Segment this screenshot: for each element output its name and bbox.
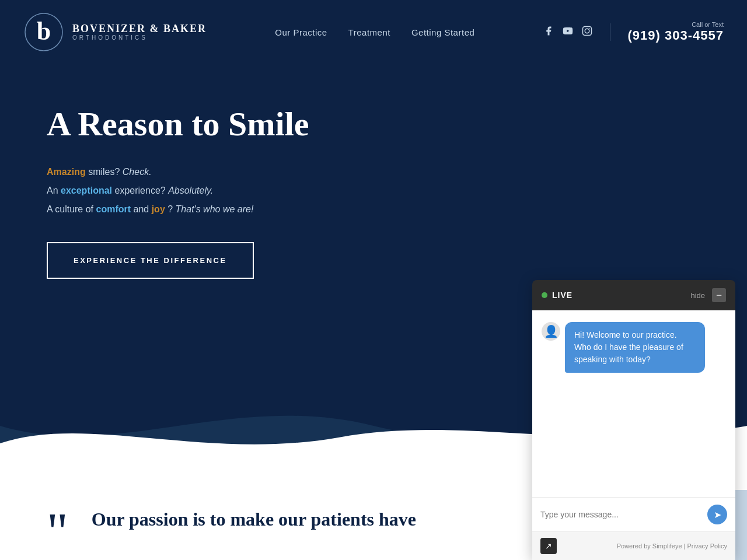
- chat-footer-text: Powered by Simplifeye | Privacy Policy: [617, 542, 727, 550]
- hero-line2: An exceptional experience? Absolutely.: [47, 181, 700, 200]
- chat-input-area[interactable]: ➤: [532, 497, 735, 531]
- call-label: Call or Text: [692, 21, 724, 28]
- chat-hide-button[interactable]: hide: [690, 291, 705, 300]
- svg-point-5: [589, 28, 590, 29]
- svg-rect-3: [582, 26, 591, 35]
- chat-bubble: Hi! Welcome to our practice. Who do I ha…: [565, 322, 705, 373]
- hero-title: A Reason to Smile: [47, 105, 700, 144]
- svg-point-4: [585, 29, 589, 33]
- chat-minimize-button[interactable]: −: [712, 288, 726, 302]
- chat-header: LIVE hide −: [532, 280, 735, 310]
- call-number[interactable]: (919) 303-4557: [628, 28, 724, 43]
- site-header: b BOVENIZER & BAKER ORTHODONTICS Our Pra…: [0, 0, 747, 64]
- chat-live-indicator: LIVE: [542, 290, 573, 300]
- chat-send-button[interactable]: ➤: [707, 505, 727, 524]
- nav-getting-started[interactable]: Getting Started: [411, 27, 474, 37]
- brand-sub: ORTHODONTICS: [72, 34, 207, 41]
- hero-line3: A culture of comfort and joy ? That's wh…: [47, 200, 700, 219]
- chat-widget[interactable]: LIVE hide − 👤 Hi! Welcome to our practic…: [532, 280, 735, 560]
- hero-comfort: comfort: [96, 204, 131, 214]
- privacy-policy-link[interactable]: Privacy Policy: [687, 542, 727, 550]
- nav-our-practice[interactable]: Our Practice: [275, 27, 327, 37]
- chat-input[interactable]: [540, 510, 703, 519]
- logo-icon: b: [23, 12, 64, 52]
- simplifeye-icon: ↗: [545, 541, 552, 551]
- hero-joy: joy: [152, 204, 165, 214]
- live-dot: [542, 292, 547, 298]
- facebook-icon[interactable]: [543, 26, 554, 39]
- chat-controls: hide −: [690, 288, 726, 302]
- instagram-icon[interactable]: [582, 26, 592, 39]
- header-divider: [610, 23, 610, 41]
- social-icons: [543, 26, 592, 39]
- chat-footer-logo: ↗: [540, 538, 557, 554]
- chat-message-row: 👤 Hi! Welcome to our practice. Who do I …: [542, 322, 726, 373]
- youtube-icon[interactable]: [562, 26, 574, 39]
- cta-button[interactable]: EXPERIENCE THE DIFFERENCE: [47, 242, 254, 279]
- logo-area[interactable]: b BOVENIZER & BAKER ORTHODONTICS: [23, 12, 207, 52]
- hero-amazing: Amazing: [47, 167, 86, 177]
- live-label: LIVE: [552, 290, 573, 300]
- call-area: Call or Text (919) 303-4557: [628, 21, 724, 43]
- chat-body: 👤 Hi! Welcome to our practice. Who do I …: [532, 310, 735, 497]
- logo-text: BOVENIZER & BAKER ORTHODONTICS: [72, 23, 207, 41]
- send-arrow-icon: ➤: [714, 509, 721, 520]
- hero-line1: Amazing smiles? Check.: [47, 163, 700, 181]
- chat-footer: ↗ Powered by Simplifeye | Privacy Policy: [532, 531, 735, 560]
- header-right: Call or Text (919) 303-4557: [543, 21, 724, 43]
- main-nav: Our Practice Treatment Getting Started: [275, 27, 474, 37]
- avatar-icon: 👤: [544, 324, 558, 338]
- hero-exceptional: exceptional: [61, 186, 112, 195]
- nav-treatment[interactable]: Treatment: [348, 27, 390, 37]
- svg-text:b: b: [37, 17, 51, 46]
- quote-mark: ": [47, 513, 68, 550]
- chat-avatar: 👤: [542, 322, 560, 341]
- brand-name: BOVENIZER & BAKER: [72, 23, 207, 35]
- hero-text: Amazing smiles? Check. An exceptional ex…: [47, 163, 700, 219]
